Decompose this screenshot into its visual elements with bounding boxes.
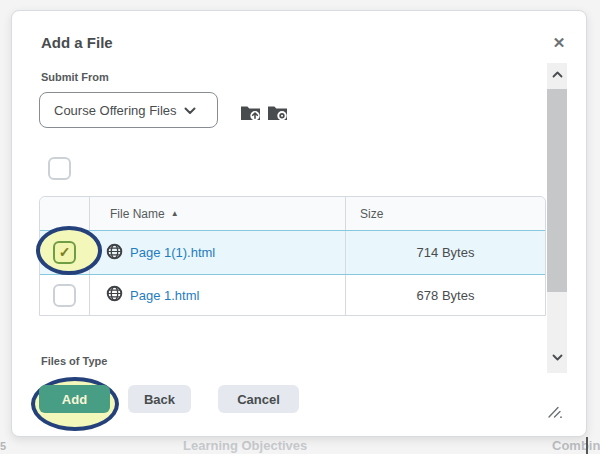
file-name-header-label: File Name bbox=[110, 207, 165, 221]
size-header-label: Size bbox=[360, 207, 383, 221]
row-size-cell: 714 Bytes bbox=[346, 231, 545, 274]
background-text-combined: Combined bbox=[552, 438, 600, 453]
chevron-down-icon bbox=[178, 101, 196, 119]
file-link[interactable]: Page 1.html bbox=[130, 288, 199, 303]
scrollbar-thumb[interactable] bbox=[547, 89, 567, 292]
file-table: File Name ▲ Size ✓ Page 1(1).html bbox=[39, 196, 546, 316]
resize-handle-icon[interactable] bbox=[548, 405, 563, 423]
column-header-size[interactable]: Size bbox=[346, 197, 545, 230]
sort-ascending-icon: ▲ bbox=[171, 209, 179, 218]
file-link[interactable]: Page 1(1).html bbox=[130, 245, 215, 260]
vertical-scrollbar[interactable] bbox=[547, 63, 567, 373]
globe-icon bbox=[106, 285, 123, 305]
row-file-name-cell: Page 1(1).html bbox=[90, 231, 346, 274]
table-header-row: File Name ▲ Size bbox=[40, 197, 545, 230]
add-a-file-dialog: Add a File ✕ Submit From Course Offering… bbox=[11, 10, 587, 437]
scroll-down-icon[interactable] bbox=[547, 346, 567, 368]
submit-from-dropdown[interactable]: Course Offering Files bbox=[39, 92, 218, 128]
submit-from-selected-value: Course Offering Files bbox=[54, 103, 178, 118]
files-of-type-label: Files of Type bbox=[41, 355, 107, 367]
header-checkbox-column bbox=[40, 197, 90, 230]
row-2-checkbox[interactable] bbox=[53, 284, 76, 307]
new-folder-icon[interactable] bbox=[267, 104, 288, 125]
table-row[interactable]: ✓ Page 1(1).html 714 Bytes bbox=[40, 230, 545, 275]
table-row[interactable]: Page 1.html 678 Bytes bbox=[40, 275, 545, 315]
submit-from-label: Submit From bbox=[41, 71, 109, 83]
select-all-checkbox[interactable] bbox=[48, 157, 71, 180]
add-button[interactable]: Add bbox=[39, 385, 110, 413]
background-text-learning-objectives: Learning Objectives bbox=[183, 438, 307, 453]
file-size: 678 Bytes bbox=[346, 288, 545, 303]
cancel-button[interactable]: Cancel bbox=[218, 385, 299, 413]
background-page-edge bbox=[586, 437, 588, 454]
column-header-file-name[interactable]: File Name ▲ bbox=[90, 197, 346, 230]
globe-icon bbox=[106, 243, 123, 263]
back-button[interactable]: Back bbox=[128, 385, 191, 413]
row-file-name-cell: Page 1.html bbox=[90, 275, 346, 315]
scroll-up-icon[interactable] bbox=[547, 63, 567, 85]
dialog-title: Add a File bbox=[41, 34, 113, 51]
row-size-cell: 678 Bytes bbox=[346, 275, 545, 315]
upload-to-folder-icon[interactable] bbox=[240, 104, 261, 125]
row-1-checkbox[interactable]: ✓ bbox=[53, 241, 76, 264]
close-icon[interactable]: ✕ bbox=[548, 32, 570, 54]
row-checkbox-cell bbox=[40, 275, 90, 315]
file-size: 714 Bytes bbox=[346, 245, 545, 260]
background-left-marker: 5 bbox=[0, 440, 6, 452]
